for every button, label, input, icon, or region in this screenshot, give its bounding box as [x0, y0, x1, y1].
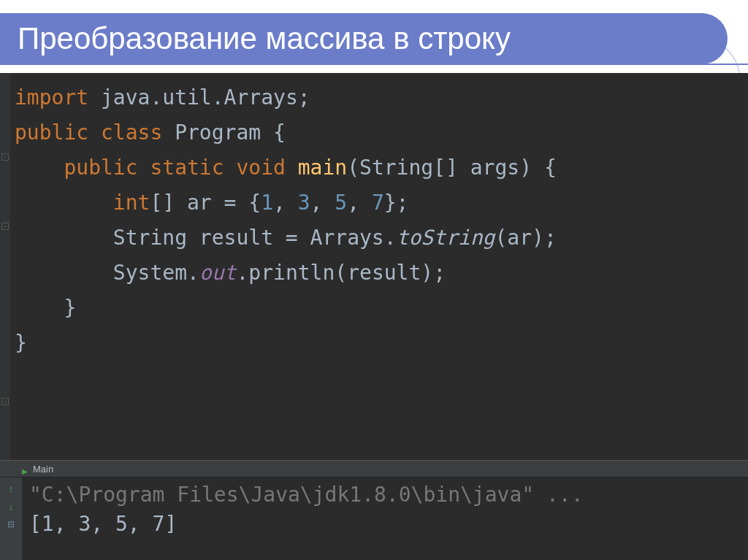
code-line: System.out.println(result); [15, 256, 748, 291]
fold-marker-icon[interactable]: - [1, 398, 9, 405]
output-tab-label: Main [33, 464, 53, 475]
slide-header: Преобразование массива в строку [0, 0, 748, 73]
fold-marker-icon[interactable]: - [1, 223, 9, 230]
keyword-int: int [15, 191, 150, 215]
fold-marker-icon[interactable]: - [1, 153, 9, 161]
output-tab-main[interactable]: Main [22, 464, 53, 475]
code-editor[interactable]: - - - import java.util.Arrays; public cl… [0, 73, 748, 460]
code-line: } [15, 291, 748, 326]
console-result-line: [1, 3, 5, 7] [29, 510, 741, 539]
run-output-panel: ↑ ↓ ⊟ "C:\Program Files\Java\jdk1.8.0\bi… [0, 477, 748, 560]
editor-gutter: - - - [0, 73, 10, 460]
code-line: String result = Arrays.toString(ar); [15, 220, 748, 256]
arrow-down-icon[interactable]: ↓ [5, 501, 17, 513]
code-line: public class Program { [15, 115, 748, 150]
keyword-public-class: public class [15, 120, 175, 145]
keyword-method-sig: public static void [15, 156, 298, 180]
arrow-up-icon[interactable]: ↑ [5, 483, 17, 495]
output-gutter: ↑ ↓ ⊟ [0, 477, 22, 560]
run-icon [22, 465, 29, 472]
title-underline [0, 64, 748, 65]
console-command-line: "C:\Program Files\Java\jdk1.8.0\bin\java… [29, 480, 741, 510]
code-line: import java.util.Arrays; [15, 80, 748, 115]
code-line: int[] ar = {1, 3, 5, 7}; [15, 185, 748, 220]
filter-icon[interactable]: ⊟ [5, 518, 17, 530]
console-output[interactable]: "C:\Program Files\Java\jdk1.8.0\bin\java… [22, 477, 748, 560]
code-line: public static void main(String[] args) { [15, 150, 748, 185]
code-line: } [15, 326, 748, 361]
keyword-import: import [15, 85, 88, 110]
title-bar: Преобразование массива в строку [0, 13, 728, 64]
run-output-header: Main [0, 460, 748, 477]
slide-title: Преобразование массива в строку [18, 21, 511, 56]
